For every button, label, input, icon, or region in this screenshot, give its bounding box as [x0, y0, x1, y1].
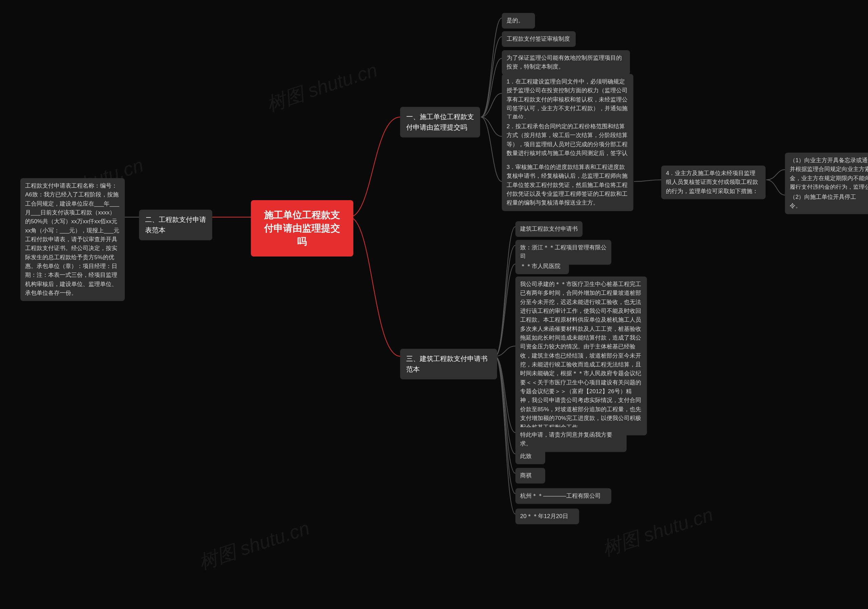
mindmap-canvas: 树图 shutu.cn 树图 shutu.cn 树图 shutu.cn 树图 s…	[0, 0, 868, 609]
branch-3-item-6[interactable]: 此致	[515, 449, 545, 464]
branch-3-item-9[interactable]: 20＊＊年12月20日	[515, 509, 579, 524]
branch-3-item-1[interactable]: 建筑工程款支付申请书	[515, 221, 583, 237]
branch-2-title[interactable]: 二、工程款支付申请表范本	[139, 210, 212, 240]
watermark: 树图 shutu.cn	[599, 502, 716, 562]
branch-1-item-3[interactable]: 为了保证监理公司能有效地控制所监理项目的投资，特制定本制度。	[502, 50, 630, 75]
branch-1-item-7b[interactable]: （2）向施工单位开具停工令。	[785, 189, 868, 214]
branch-1-item-4[interactable]: 1．在工程建设监理合同文件中，必须明确规定授予监理公司在投资控制方面的权力（监理…	[502, 74, 633, 126]
branch-3-title[interactable]: 三、建筑工程款支付申请书范本	[400, 349, 497, 379]
root-node[interactable]: 施工单位工程款支付申请由监理提交吗	[251, 200, 353, 256]
branch-1-item-1[interactable]: 是的。	[502, 13, 535, 28]
edge-layer	[0, 0, 868, 609]
branch-3-item-8[interactable]: 杭州＊＊————工程有限公司	[515, 488, 611, 504]
branch-2-body[interactable]: 工程款支付申请表工程名称：编号：A6致：我方已经入了工程阶段，按施工合同规定，建…	[20, 178, 125, 301]
branch-1-item-6[interactable]: 3．审核施工单位的进度款结算表和工程进度款复核申请书，经复核确认后，总监理工程师…	[502, 160, 633, 211]
branch-1-item-2[interactable]: 工程款支付签证审核制度	[502, 31, 576, 47]
branch-1-title[interactable]: 一、施工单位工程款支付申请由监理提交吗	[400, 107, 480, 137]
branch-3-item-4[interactable]: 我公司承建的＊＊市医疗卫生中心桩基工程完工已有两年多时间，合同外增加的工程量坡道…	[515, 277, 647, 435]
watermark: 树图 shutu.cn	[264, 57, 381, 117]
watermark: 树图 shutu.cn	[195, 515, 313, 575]
branch-3-item-7[interactable]: 商祺	[515, 468, 545, 483]
branch-1-item-7[interactable]: 4．业主方及施工单位未经项目监理组人员复核签证而支付或领取工程款的行为，监理单位…	[661, 166, 766, 199]
branch-3-item-5[interactable]: 特此申请，请贵方同意并复函我方要求。	[515, 427, 626, 452]
branch-3-item-3[interactable]: ＊＊市人民医院	[515, 258, 569, 274]
